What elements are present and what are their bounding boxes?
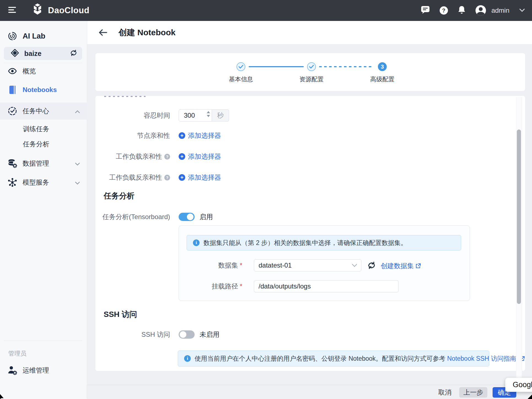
mount-path-value: /data/outputs/logs <box>259 282 311 290</box>
step-1-label[interactable]: 基本信息 <box>224 75 257 83</box>
brand-name: DaoCloud <box>48 6 89 15</box>
scrollbar-thumb[interactable] <box>517 130 521 304</box>
sidebar-item-data-management[interactable]: 数据管理 <box>0 156 87 171</box>
mount-path-label: 挂载路径 * <box>179 280 242 292</box>
toleration-unit: 秒 <box>212 109 229 122</box>
dataset-info-text: 数据集只能从（第 2 步）相关的数据集中选择，请确保正确配置数据集。 <box>203 239 407 247</box>
add-selector-link[interactable]: 添加选择器 <box>188 152 221 161</box>
dataset-label: 数据集 * <box>179 259 242 271</box>
required-mark: * <box>240 261 242 269</box>
sidebar-item-label: 概览 <box>23 67 36 76</box>
step-2-label[interactable]: 资源配置 <box>295 75 328 83</box>
info-icon: i <box>193 239 200 246</box>
cursor-arrow <box>0 394 4 399</box>
user-name[interactable]: admin <box>491 7 509 14</box>
model-service-icon <box>8 178 17 187</box>
step-2-circle[interactable] <box>307 62 316 71</box>
sidebar-item-task-center[interactable]: 任务中心 <box>0 103 87 120</box>
help-icon[interactable]: ? <box>440 6 448 15</box>
brand: DaoCloud <box>30 3 89 18</box>
sidebar-item-label: AI Lab <box>23 32 45 41</box>
chevron-down-icon <box>75 160 80 167</box>
page-header: 创建 Notebook <box>87 21 532 44</box>
ssh-toggle[interactable] <box>179 330 195 339</box>
question-icon[interactable]: ? <box>164 154 170 160</box>
tensorboard-toggle[interactable] <box>179 213 195 221</box>
required-mark: * <box>240 282 242 290</box>
sidebar-item-model-service[interactable]: 模型服务 <box>0 175 87 190</box>
ssh-guide-link[interactable]: Notebook SSH 访问指南 <box>447 355 516 362</box>
step-1-circle[interactable] <box>237 62 245 71</box>
tensorboard-state: 启用 <box>200 212 213 221</box>
ssh-info-text: 使用当前用户在个人中心注册的用户名密码、公钥登录 Notebook。配置和访问方… <box>195 354 525 363</box>
external-link-icon <box>415 263 421 269</box>
cursor-arrow-fragment <box>528 395 532 399</box>
toleration-input[interactable]: 300 <box>179 109 212 122</box>
task-center-icon <box>8 106 17 116</box>
menu-icon[interactable] <box>8 7 17 14</box>
chevron-down-icon[interactable] <box>519 8 525 13</box>
chevron-down-icon <box>75 179 80 186</box>
top-bar: DaoCloud ? admin <box>0 0 532 21</box>
previous-step-button[interactable]: 上一步 <box>459 387 487 398</box>
ssh-info-alert: i 使用当前用户在个人中心注册的用户名密码、公钥登录 Notebook。配置和访… <box>178 351 489 366</box>
plus-circle-icon[interactable]: + <box>179 132 185 139</box>
dataset-select[interactable]: datatest-01 <box>254 259 361 271</box>
plus-circle-icon[interactable]: + <box>179 153 185 160</box>
chevron-down-icon <box>352 264 357 267</box>
step-connector-done <box>249 66 304 67</box>
sidebar-item-notebooks[interactable]: Notebooks <box>0 82 87 98</box>
sidebar-item-overview[interactable]: 概览 <box>0 63 87 79</box>
step-3-label[interactable]: 高级配置 <box>366 75 399 83</box>
google-translate-popup: Googl <box>505 378 532 392</box>
add-selector-link[interactable]: 添加选择器 <box>188 131 221 140</box>
dataset-value: datatest-01 <box>259 261 292 269</box>
dataset-config-panel: i 数据集只能从（第 2 步）相关的数据集中选择，请确保正确配置数据集。 数据集… <box>179 225 470 301</box>
workspace-selector[interactable]: baize <box>4 47 82 60</box>
sidebar: AI Lab baize 概览 <box>0 21 87 399</box>
eye-icon <box>8 68 17 74</box>
sidebar-item-ai-lab[interactable]: AI Lab <box>0 28 87 44</box>
sidebar-item-ops-management[interactable]: 运维管理 <box>0 363 87 378</box>
mount-path-input[interactable]: /data/outputs/logs <box>254 280 399 292</box>
back-arrow-icon[interactable] <box>99 29 108 36</box>
dataset-info-alert: i 数据集只能从（第 2 步）相关的数据集中选择，请确保正确配置数据集。 <box>187 235 461 250</box>
add-selector-link[interactable]: 添加选择器 <box>188 173 221 182</box>
node-affinity-control: + 添加选择器 <box>179 131 221 140</box>
refresh-icon[interactable] <box>70 49 77 58</box>
step-3-number: 3 <box>381 64 384 70</box>
question-icon[interactable]: ? <box>164 175 170 180</box>
database-icon <box>8 159 17 168</box>
form-panel: 容忍时间 300 秒 节点亲和性 + 添加选择器 工作负载亲和性 ? + 添加选… <box>95 96 525 371</box>
sidebar-item-label: 模型服务 <box>23 178 49 187</box>
avatar[interactable] <box>475 5 486 16</box>
step-3-circle[interactable]: 3 <box>378 62 387 71</box>
ops-icon <box>8 366 17 375</box>
workload-affinity-label: 工作负载亲和性 ? <box>95 152 170 161</box>
cancel-button[interactable]: 取消 <box>438 388 452 397</box>
toleration-value: 300 <box>184 112 195 119</box>
chat-icon[interactable] <box>421 6 430 15</box>
number-stepper[interactable] <box>207 111 210 117</box>
app-window: DaoCloud ? admin <box>0 0 532 399</box>
workload-affinity-control: + 添加选择器 <box>179 152 221 161</box>
workspace-icon <box>10 48 19 58</box>
sidebar-item-label: 数据管理 <box>23 159 49 168</box>
refresh-dataset-icon[interactable] <box>367 261 376 271</box>
sidebar-section-admin: 管理员 <box>8 349 26 358</box>
divider <box>4 63 82 63</box>
bell-icon[interactable] <box>458 6 466 15</box>
tensorboard-label: 任务分析(Tensorboard) <box>95 212 170 221</box>
workload-anti-affinity-control: + 添加选择器 <box>179 173 221 182</box>
section-heading-ssh: SSH 访问 <box>104 309 137 320</box>
ssh-state: 未启用 <box>200 330 219 339</box>
create-dataset-link[interactable]: 创建数据集 <box>381 261 421 270</box>
book-icon <box>8 85 17 94</box>
topbar-actions: ? admin <box>421 5 525 16</box>
divider <box>4 341 82 341</box>
plus-circle-icon[interactable]: + <box>179 174 185 181</box>
footer-action-bar: 取消 上一步 确定 <box>87 385 532 399</box>
sidebar-subitem-train-task[interactable]: 训练任务 <box>23 123 49 134</box>
info-icon: i <box>184 355 191 362</box>
sidebar-subitem-task-analysis[interactable]: 任务分析 <box>23 139 49 150</box>
